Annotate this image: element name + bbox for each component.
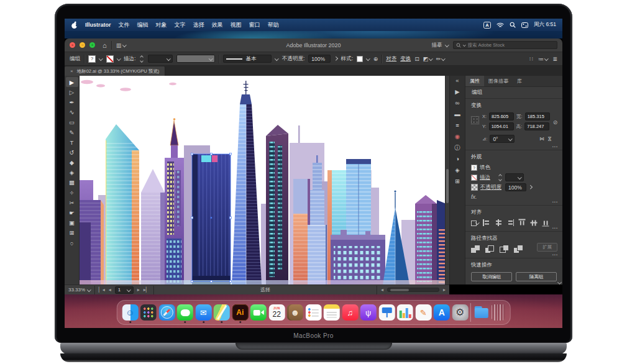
dock-app[interactable]: [177, 304, 193, 321]
scroll-left-icon[interactable]: ◂: [381, 287, 383, 293]
input-source-icon[interactable]: A: [483, 22, 491, 29]
control-center-icon[interactable]: [521, 22, 528, 28]
chevron-down-icon[interactable]: [366, 57, 370, 60]
menu-item[interactable]: 对象: [156, 21, 167, 29]
menu-item[interactable]: 选择: [193, 21, 204, 29]
stroke-weight-dropdown[interactable]: [505, 173, 524, 181]
align-icon[interactable]: [542, 219, 549, 227]
workspace-switcher[interactable]: 描摹: [432, 42, 449, 49]
menu-item[interactable]: 编辑: [137, 21, 149, 29]
tool-button[interactable]: ○: [66, 238, 78, 248]
expand-button[interactable]: 扩展: [537, 243, 557, 252]
tool-button[interactable]: ▩: [66, 178, 78, 188]
tool-button[interactable]: ◆: [66, 158, 78, 168]
more-options-icon[interactable]: •••: [552, 145, 558, 148]
arrange-documents-icon[interactable]: ▥: [116, 42, 126, 48]
panel-strip-icon[interactable]: ◉: [455, 134, 460, 140]
align-icon[interactable]: [483, 219, 490, 226]
edit-similar-icon[interactable]: ✏: [436, 56, 445, 62]
dock-app[interactable]: [140, 304, 157, 321]
panel-strip-icon[interactable]: ∞: [455, 100, 460, 106]
dock-app[interactable]: [397, 304, 413, 321]
pathfinder-icon[interactable]: [485, 245, 494, 253]
dock-app[interactable]: [324, 304, 340, 321]
stroke-color-swatch[interactable]: [106, 55, 114, 63]
flip-vertical-icon[interactable]: ⋈: [547, 137, 552, 142]
stroke-swatch[interactable]: [471, 175, 477, 181]
tool-button[interactable]: ✂: [66, 198, 78, 207]
menu-item[interactable]: 视图: [231, 21, 242, 29]
pathfinder-icon[interactable]: [471, 245, 480, 253]
dock-app[interactable]: [470, 303, 471, 322]
graphic-style-swatch[interactable]: [357, 56, 363, 62]
dock-app[interactable]: ☺: [122, 304, 138, 321]
more-options-icon[interactable]: •••: [552, 226, 558, 230]
panel-strip-icon[interactable]: ▶: [455, 89, 459, 95]
tool-button[interactable]: ✧: [66, 188, 78, 198]
height-field[interactable]: 718.247: [524, 122, 549, 130]
panel-strip-icon[interactable]: ⊞: [455, 178, 460, 184]
panel-strip-icon[interactable]: «: [455, 78, 459, 84]
align-link[interactable]: 对齐: [386, 55, 396, 63]
rotate-dropdown[interactable]: 0°: [490, 135, 515, 143]
dock-app[interactable]: JUN 22: [268, 304, 285, 321]
horizontal-scrollbar[interactable]: [387, 288, 439, 292]
tool-button[interactable]: ▷: [66, 87, 78, 97]
dock-app[interactable]: [378, 304, 395, 321]
y-field[interactable]: 1054.01: [489, 122, 514, 130]
tool-button[interactable]: ▭: [66, 117, 78, 127]
dock-app[interactable]: [492, 304, 505, 321]
dock-app[interactable]: [305, 304, 321, 321]
menu-item[interactable]: 文字: [175, 21, 186, 29]
recolor-artwork-icon[interactable]: ◩: [423, 56, 432, 62]
menu-item[interactable]: 文件: [119, 21, 130, 29]
panel-strip-icon[interactable]: ◈: [455, 167, 459, 173]
tool-button[interactable]: T: [66, 137, 78, 147]
tool-button[interactable]: ⊞: [66, 228, 78, 238]
align-icon[interactable]: [506, 219, 514, 226]
dock-app[interactable]: ψ: [360, 304, 377, 321]
pathfinder-icon[interactable]: [500, 245, 508, 253]
opacity-label[interactable]: 不透明度: [480, 184, 501, 191]
effects-button[interactable]: fx.: [471, 194, 557, 200]
flip-horizontal-icon[interactable]: ⋈: [539, 136, 544, 142]
panel-strip-icon[interactable]: ⓘ: [454, 145, 460, 151]
shape-grid-icon[interactable]: ∷: [529, 56, 533, 62]
chevron-down-icon[interactable]: [117, 57, 121, 60]
dock-app[interactable]: ♫: [342, 304, 358, 321]
align-icon[interactable]: [471, 219, 478, 226]
stroke-weight-stepper[interactable]: [139, 56, 144, 62]
apple-menu[interactable]: [71, 21, 78, 29]
width-profile-dropdown[interactable]: [176, 55, 215, 63]
scrollbar-thumb[interactable]: [390, 289, 409, 291]
tool-button[interactable]: ∿: [66, 107, 78, 117]
panel-strip-icon[interactable]: ≡: [455, 122, 459, 129]
opacity-icon[interactable]: [471, 184, 478, 191]
tool-button[interactable]: ▣: [66, 218, 78, 228]
tool-button[interactable]: ✒: [66, 97, 78, 107]
width-field[interactable]: 185.315: [525, 112, 550, 121]
panel-tab[interactable]: 图像描摹: [484, 76, 513, 86]
tool-button[interactable]: ✎: [66, 127, 78, 137]
opacity-field[interactable]: 100%: [505, 183, 526, 191]
menu-clock[interactable]: 周六 6:51: [534, 21, 556, 29]
chevron-right-icon[interactable]: [528, 185, 532, 189]
close-window-button[interactable]: ×: [70, 42, 75, 48]
fill-color-swatch[interactable]: ?: [88, 55, 96, 63]
align-icon[interactable]: [495, 219, 502, 226]
document-tab[interactable]: × 地标02.ai @ 33.33% (CMYK/GPU 预览): [65, 66, 165, 76]
tool-button[interactable]: ↺: [66, 147, 78, 157]
tool-button[interactable]: ☛: [66, 207, 78, 217]
panel-strip-icon[interactable]: ▬: [454, 111, 460, 117]
align-icon[interactable]: [519, 219, 526, 227]
scrollbar-thumb[interactable]: [446, 169, 449, 203]
quick-action-button[interactable]: 取消编组: [471, 272, 512, 281]
wifi-icon[interactable]: [497, 22, 504, 28]
dock-app[interactable]: [158, 304, 175, 321]
minimize-window-button[interactable]: −: [80, 42, 85, 48]
previous-artboard-button[interactable]: ◂: [109, 287, 111, 293]
reference-point-icon[interactable]: [471, 116, 479, 124]
menu-item[interactable]: 窗口: [249, 21, 260, 29]
opacity-field[interactable]: 100%: [308, 55, 331, 63]
chevron-down-icon[interactable]: [99, 57, 103, 60]
